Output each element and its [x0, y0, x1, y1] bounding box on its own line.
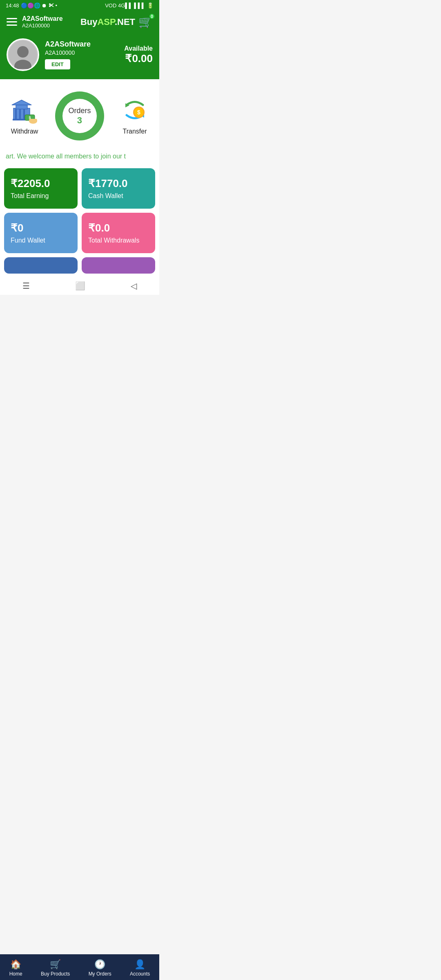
status-time: 14:48 [6, 2, 19, 9]
withdraw-icon: $ [10, 97, 39, 125]
withdraw-action[interactable]: $ Withdraw [10, 97, 39, 135]
orders-donut[interactable]: Orders 3 [51, 87, 108, 145]
edit-profile-button[interactable]: EDIT [45, 59, 70, 69]
sys-home-icon[interactable]: ⬜ [75, 281, 85, 291]
status-icons: 🔵🟣🌐 ⏺ ✂ • [21, 2, 57, 9]
svg-rect-7 [19, 109, 21, 119]
sys-back-icon[interactable]: ◁ [131, 281, 137, 291]
cart-badge: 0 [149, 13, 155, 20]
orders-inner: Orders 3 [68, 107, 91, 126]
header-brand: BuyASP.NET 🛒 0 [80, 15, 153, 29]
profile-name: A2ASoftware [45, 40, 91, 49]
partial-card-left[interactable] [4, 257, 78, 274]
battery-icon: 🔋 [147, 2, 154, 9]
avatar-svg [9, 40, 37, 69]
stats-grid: ₹2205.0 Total Earning ₹1770.0 Cash Walle… [0, 164, 159, 257]
svg-rect-13 [29, 119, 37, 122]
svg-point-1 [17, 46, 29, 58]
svg-rect-6 [15, 109, 17, 119]
fund-wallet-card[interactable]: ₹0 Fund Wallet [4, 213, 78, 253]
balance-amount: ₹0.00 [124, 52, 153, 65]
brand-logo: BuyASP.NET [80, 17, 135, 27]
cash-wallet-card[interactable]: ₹1770.0 Cash Wallet [82, 168, 155, 209]
brand-net: .NET [115, 17, 135, 27]
header-left: A2ASoftware A2A100000 [7, 15, 63, 29]
total-earning-amount: ₹2205.0 [11, 177, 71, 190]
profile-banner: A2ASoftware A2A100000 EDIT Available ₹0.… [0, 34, 159, 79]
total-withdrawals-amount: ₹0.0 [88, 222, 149, 234]
fund-wallet-amount: ₹0 [11, 222, 71, 234]
total-withdrawals-label: Total Withdrawals [88, 237, 149, 244]
svg-rect-4 [16, 105, 27, 109]
orders-label: Orders [68, 107, 91, 115]
brand-asp: ASP [97, 17, 114, 27]
fund-wallet-label: Fund Wallet [11, 237, 71, 244]
transfer-label: Transfer [123, 128, 147, 135]
middle-section: $ Withdraw Orders 3 [0, 79, 159, 149]
welcome-text: art. We welcome all members to join our … [6, 153, 126, 160]
orders-count: 3 [68, 115, 91, 126]
svg-text:$: $ [137, 109, 140, 116]
cash-wallet-label: Cash Wallet [88, 192, 149, 200]
profile-info: A2ASoftware A2A100000 EDIT [45, 40, 91, 69]
transfer-icon: $ [120, 97, 149, 125]
signal-icons: VOD 4G▌▌ ▌▌▌ [105, 2, 145, 9]
total-earning-label: Total Earning [11, 192, 71, 200]
cart-button[interactable]: 🛒 0 [138, 15, 153, 29]
transfer-action[interactable]: $ Transfer [120, 97, 149, 135]
sys-menu-icon[interactable]: ☰ [22, 281, 30, 291]
status-right: VOD 4G▌▌ ▌▌▌ 🔋 [105, 2, 154, 9]
avatar [7, 38, 39, 71]
total-withdrawals-card[interactable]: ₹0.0 Total Withdrawals [82, 213, 155, 253]
app-header: A2ASoftware A2A100000 BuyASP.NET 🛒 0 [0, 11, 159, 34]
profile-id: A2A100000 [45, 49, 91, 56]
header-username: A2ASoftware [22, 15, 63, 22]
header-userid: A2A100000 [22, 22, 63, 29]
hamburger-menu[interactable] [7, 18, 17, 26]
withdraw-label: Withdraw [11, 128, 38, 135]
total-earning-card[interactable]: ₹2205.0 Total Earning [4, 168, 78, 209]
status-bar: 14:48 🔵🟣🌐 ⏺ ✂ • VOD 4G▌▌ ▌▌▌ 🔋 [0, 0, 159, 11]
system-nav: ☰ ⬜ ◁ [0, 278, 159, 295]
available-label: Available [124, 45, 153, 52]
partial-cards [0, 257, 159, 278]
svg-marker-5 [12, 100, 31, 105]
profile-left: A2ASoftware A2A100000 EDIT [7, 38, 91, 71]
cash-wallet-amount: ₹1770.0 [88, 177, 149, 190]
brand-buy: Buy [80, 17, 98, 27]
header-user-info: A2ASoftware A2A100000 [22, 15, 63, 29]
status-left: 14:48 🔵🟣🌐 ⏺ ✂ • [6, 2, 57, 9]
svg-rect-8 [23, 109, 25, 119]
balance-section: Available ₹0.00 [124, 45, 153, 65]
partial-card-right[interactable] [82, 257, 155, 274]
welcome-banner: art. We welcome all members to join our … [0, 149, 159, 164]
